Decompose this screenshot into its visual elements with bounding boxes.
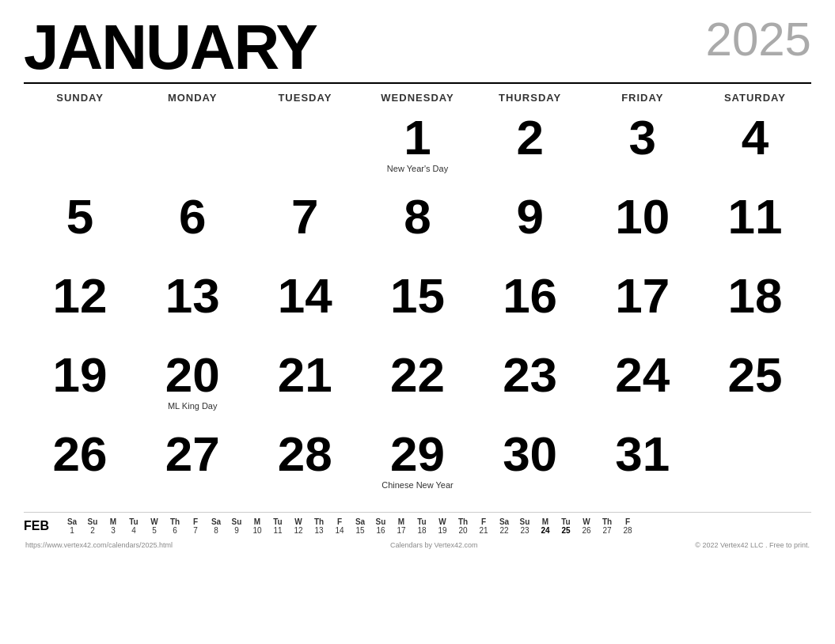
mini-grid: SaSuMTuWThFSaSuMTuWThFSaSuMTuWThFSaSuMTu…	[62, 517, 638, 535]
mini-day-number: 13	[309, 526, 329, 535]
mini-header-row: SaSuMTuWThFSaSuMTuWThFSaSuMTuWThFSaSuMTu…	[62, 517, 638, 526]
mini-day-number: 6	[165, 526, 185, 535]
day-header-thursday: THURSDAY	[474, 89, 586, 107]
day-cell: 21	[249, 347, 361, 426]
day-number: 2	[516, 113, 543, 162]
day-cell	[699, 426, 811, 506]
day-cell: 1New Year's Day	[361, 110, 473, 189]
day-header-friday: FRIDAY	[586, 89, 699, 107]
mini-number-row: 1234567891011121314151617181920212223242…	[62, 526, 638, 535]
day-cell: 29Chinese New Year	[361, 426, 473, 506]
day-number: 30	[503, 430, 557, 479]
day-number: 28	[278, 430, 332, 479]
mini-day-header: M	[535, 517, 556, 526]
day-number: 1	[404, 113, 431, 162]
mini-day-number: 26	[576, 526, 597, 535]
footer-center: Calendars by Vertex42.com	[390, 541, 478, 549]
mini-day-header: Sa	[62, 517, 82, 526]
mini-day-number: 4	[123, 526, 144, 535]
mini-day-header: W	[288, 517, 309, 526]
day-number: 21	[278, 350, 332, 400]
day-number: 20	[165, 350, 220, 400]
day-number: 24	[615, 350, 670, 400]
mini-day-number: 14	[329, 526, 350, 535]
day-number: 29	[390, 430, 445, 479]
mini-month-label: FEB	[24, 519, 55, 533]
mini-day-number: 16	[370, 526, 391, 535]
mini-day-header: Th	[165, 517, 185, 526]
day-cell: 11	[699, 189, 811, 268]
day-number: 3	[629, 113, 656, 162]
mini-day-number: 28	[617, 526, 638, 535]
day-number: 22	[390, 350, 445, 400]
day-number: 31	[615, 430, 670, 479]
day-cell	[24, 110, 136, 189]
footer: https://www.vertex42.com/calendars/2025.…	[24, 541, 811, 549]
mini-day-header: F	[473, 517, 494, 526]
mini-calendar-section: FEB SaSuMTuWThFSaSuMTuWThFSaSuMTuWThFSaS…	[24, 512, 811, 535]
mini-day-number: 7	[185, 526, 206, 535]
mini-day-header: Th	[453, 517, 473, 526]
day-cell: 10	[586, 189, 699, 268]
mini-day-number: 17	[391, 526, 412, 535]
day-cell: 8	[361, 189, 473, 268]
mini-day-number: 18	[412, 526, 432, 535]
day-cell: 25	[699, 347, 811, 426]
day-cell	[136, 110, 249, 189]
day-number: 14	[278, 271, 332, 320]
day-number: 12	[53, 271, 108, 320]
day-cell: 17	[586, 268, 699, 347]
day-number: 23	[503, 350, 557, 400]
mini-day-number: 12	[288, 526, 309, 535]
day-cell: 12	[24, 268, 136, 347]
day-number: 19	[53, 350, 108, 400]
mini-day-header: Th	[309, 517, 329, 526]
mini-day-header: Su	[370, 517, 391, 526]
day-number: 8	[404, 192, 431, 241]
day-number: 27	[165, 430, 220, 479]
holiday-label: New Year's Day	[387, 164, 448, 173]
mini-day-number: 8	[206, 526, 226, 535]
day-header-monday: MONDAY	[136, 89, 249, 107]
mini-day-header: W	[144, 517, 165, 526]
day-cell: 28	[249, 426, 361, 506]
footer-url: https://www.vertex42.com/calendars/2025.…	[25, 541, 173, 549]
day-cell: 7	[249, 189, 361, 268]
mini-day-header: W	[576, 517, 597, 526]
mini-day-header: Su	[514, 517, 535, 526]
day-number: 13	[165, 271, 220, 320]
day-cell: 5	[24, 189, 136, 268]
month-title: JANUARY	[24, 16, 317, 79]
day-number: 5	[66, 192, 93, 241]
mini-day-number: 21	[473, 526, 494, 535]
footer-right: © 2022 Vertex42 LLC . Free to print.	[695, 541, 810, 549]
mini-day-header: Sa	[494, 517, 514, 526]
mini-day-number: 3	[103, 526, 123, 535]
mini-day-header: Sa	[350, 517, 370, 526]
mini-day-number: 10	[247, 526, 268, 535]
day-cell: 30	[474, 426, 586, 506]
mini-day-header: Tu	[412, 517, 432, 526]
day-header-sunday: SUNDAY	[24, 89, 136, 107]
mini-day-header: Su	[226, 517, 247, 526]
day-cell: 2	[474, 110, 586, 189]
day-number: 10	[615, 192, 670, 241]
calendar-header: JANUARY 2025	[24, 16, 811, 79]
day-cell: 31	[586, 426, 699, 506]
mini-day-header: Su	[82, 517, 103, 526]
mini-day-header: Tu	[268, 517, 288, 526]
day-number: 16	[503, 271, 557, 320]
mini-day-number: 11	[268, 526, 288, 535]
day-number: 7	[291, 192, 318, 241]
mini-day-header: Th	[597, 517, 617, 526]
holiday-label: ML King Day	[168, 401, 218, 411]
mini-day-number: 27	[597, 526, 617, 535]
day-number: 11	[727, 192, 782, 241]
day-cell: 23	[474, 347, 586, 426]
day-cell: 9	[474, 189, 586, 268]
mini-day-number: 2	[82, 526, 103, 535]
mini-day-header: W	[432, 517, 453, 526]
day-cell: 27	[136, 426, 249, 506]
day-number: 15	[390, 271, 445, 320]
day-headers: SUNDAYMONDAYTUESDAYWEDNESDAYTHURSDAYFRID…	[24, 82, 811, 107]
